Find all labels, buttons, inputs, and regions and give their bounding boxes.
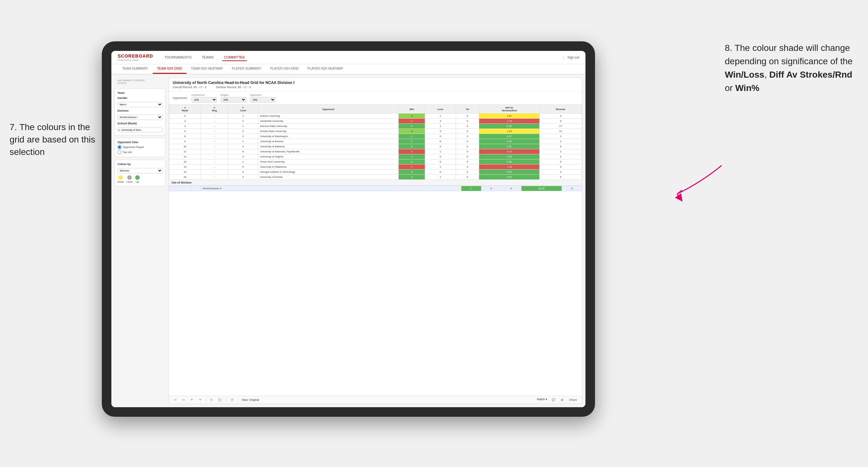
annotation-right: 8. The colour shade will change dependin… <box>725 41 859 95</box>
cell-win: 0 <box>398 119 425 124</box>
school-input[interactable] <box>117 128 163 132</box>
col-loss: Loss <box>425 105 456 114</box>
main-content: Last Updated: 27/03/2024 16:55:38 Team G… <box>111 74 585 407</box>
cell-rank: 3 <box>169 119 201 124</box>
table-row: 10 - 5 University of Alabama 3 0 0 2.61 … <box>169 144 582 149</box>
cell-rank: 15 <box>169 169 201 175</box>
colour-by-label: Colour by <box>117 162 163 166</box>
cell-conf: 6 <box>228 149 258 154</box>
ood-tie: 0 <box>501 186 521 191</box>
cell-tie: 0 <box>456 144 479 149</box>
annotation-left-text: 7. The colours in the grid are based on … <box>9 122 95 157</box>
team-section: Team Gender Men's Division NCAA Division… <box>115 88 165 135</box>
conference-select[interactable]: (All) <box>191 97 217 102</box>
col-reg: #Reg <box>201 105 228 114</box>
toolbar-comment[interactable]: 💬 <box>551 398 557 402</box>
subnav-team-summary[interactable]: TEAM SUMMARY <box>118 64 153 74</box>
annotation-bold1: Win/Loss <box>725 70 764 80</box>
toolbar-back[interactable]: ↶ <box>189 398 194 402</box>
nav-teams[interactable]: TEAMS <box>200 54 216 61</box>
toolbar-undo[interactable]: ↩ <box>173 398 178 402</box>
toolbar-copy[interactable]: ⎘ <box>209 398 214 402</box>
col-diff: Diff AvStrokes/Rnd <box>479 105 540 114</box>
table-row: 8 - 2 University of Washington 1 0 0 3.6… <box>169 134 582 139</box>
table-row: 4 - 1 Arizona State University 5 1 0 2.2… <box>169 124 582 129</box>
cell-win: 5 <box>398 169 425 175</box>
table-row: 3 - 2 Vanderbilt University 0 4 0 -2.29 … <box>169 119 582 124</box>
toolbar-layout[interactable]: ⊞ <box>560 398 565 402</box>
cell-loss: 0 <box>425 169 456 175</box>
grid-record: Overall Record: 89 - 17 - 0 Division Rec… <box>173 86 578 89</box>
cell-rank: 4 <box>169 124 201 129</box>
opponent-view-section: Opponent View Opponents Played Top 100 <box>115 138 165 157</box>
grid-area: University of North Carolina Head-to-Hea… <box>168 77 582 404</box>
cell-reg: - <box>201 129 228 134</box>
cell-reg: - <box>201 139 228 144</box>
subnav-team-h2h-grid[interactable]: TEAM H2H GRID <box>153 64 186 74</box>
cell-tie: 0 <box>456 164 479 169</box>
toolbar-redo[interactable]: ↪ <box>181 398 186 402</box>
filter-row: Opponents: Conference (All) Region (All) <box>169 92 582 105</box>
tablet-screen: SCOREBOARD Powered by clippd TOURNAMENTS… <box>111 51 585 407</box>
cell-rank: 12 <box>169 154 201 159</box>
division-select[interactable]: NCAA Division I <box>117 115 163 120</box>
table-body: 2 - 1 Auburn University 2 1 0 1.67 9 3 -… <box>169 114 582 180</box>
cell-reg: - <box>201 134 228 139</box>
subnav-player-summary[interactable]: PLAYER SUMMARY <box>227 64 266 74</box>
region-select[interactable]: (All) <box>221 97 246 102</box>
col-win: Win <box>398 105 425 114</box>
radio-opponents-played[interactable]: Opponents Played <box>117 145 163 149</box>
grid-title: University of North Carolina Head-to-Hea… <box>173 81 578 85</box>
toolbar-watch[interactable]: Watch ▾ <box>537 398 547 402</box>
out-of-division-body: NCAA Division II 1 0 0 26.00 3 <box>169 186 582 191</box>
cell-tie: 0 <box>456 154 479 159</box>
cell-loss: 0 <box>425 144 456 149</box>
subnav-team-h2h-heatmap[interactable]: TEAM H2H HEATMAP <box>186 64 227 74</box>
h2h-table: #Rank #Reg #Conf Opponent Win Loss Tie D… <box>169 105 582 180</box>
cell-opponent: University of Arizona <box>258 139 399 144</box>
team-label: Team <box>117 91 163 94</box>
cell-win: 1 <box>398 154 425 159</box>
table-header: #Rank #Reg #Conf Opponent Win Loss Tie D… <box>169 105 582 114</box>
colour-by-select[interactable]: Win/loss <box>117 168 163 174</box>
cell-tie: 0 <box>456 149 479 154</box>
subnav-player-h2h-heatmap[interactable]: PLAYER H2H HEATMAP <box>303 64 348 74</box>
cell-tie: 0 <box>456 134 479 139</box>
annotation-bold2: Diff Av Strokes/Rnd <box>769 70 852 80</box>
cell-rank: 6 <box>169 129 201 134</box>
logo-area: SCOREBOARD Powered by clippd <box>118 54 153 61</box>
sidebar: Last Updated: 27/03/2024 16:55:38 Team G… <box>115 77 165 404</box>
cell-conf: 1 <box>228 114 258 119</box>
toolbar-clock[interactable]: ⏱ <box>229 398 235 402</box>
cell-opponent: University of Arkansas, Fayetteville <box>258 149 399 154</box>
toolbar-share[interactable]: Share <box>568 398 578 402</box>
ood-blank3 <box>191 186 201 191</box>
cell-opponent: Arizona State University <box>258 124 399 129</box>
legend-level-dot <box>127 175 132 180</box>
table-row: 15 - 4 Georgia Institute of Technology 5… <box>169 169 582 175</box>
opponent-filter: Opponent (All) <box>250 94 276 102</box>
legend-up-label: Up <box>135 180 139 183</box>
toolbar-divider3 <box>238 398 238 402</box>
toolbar-paste[interactable]: 📋 <box>217 398 223 402</box>
table-row: 2 - 1 Auburn University 2 1 0 1.67 9 <box>169 114 582 119</box>
cell-diff: 2.28 <box>479 124 540 129</box>
table-row: 13 - 1 Texas Tech University 3 0 0 5.56 … <box>169 159 582 164</box>
radio-top100[interactable]: Top 100 <box>117 150 163 154</box>
cell-opponent: Auburn University <box>258 114 399 119</box>
out-of-division-label: Out of division <box>169 180 582 186</box>
cell-rank: 13 <box>169 159 201 164</box>
toolbar-view[interactable]: View: Original <box>242 398 259 402</box>
cell-diff: 5.56 <box>479 159 540 164</box>
cell-rank: 11 <box>169 149 201 154</box>
nav-tournaments[interactable]: TOURNAMENTS <box>163 54 193 61</box>
cell-tie: 0 <box>456 169 479 175</box>
sign-out-link[interactable]: Sign out <box>563 56 579 59</box>
subnav-player-h2h-grid[interactable]: PLAYER H2H GRID <box>266 64 303 74</box>
opponent-select[interactable]: (All) <box>250 97 276 102</box>
cell-rounds: 3 <box>539 149 582 154</box>
toolbar-forward[interactable]: ↷ <box>197 398 203 402</box>
cell-reg: - <box>201 119 228 124</box>
nav-committee[interactable]: COMMITTEE <box>222 54 247 61</box>
gender-select[interactable]: Men's <box>117 102 163 107</box>
